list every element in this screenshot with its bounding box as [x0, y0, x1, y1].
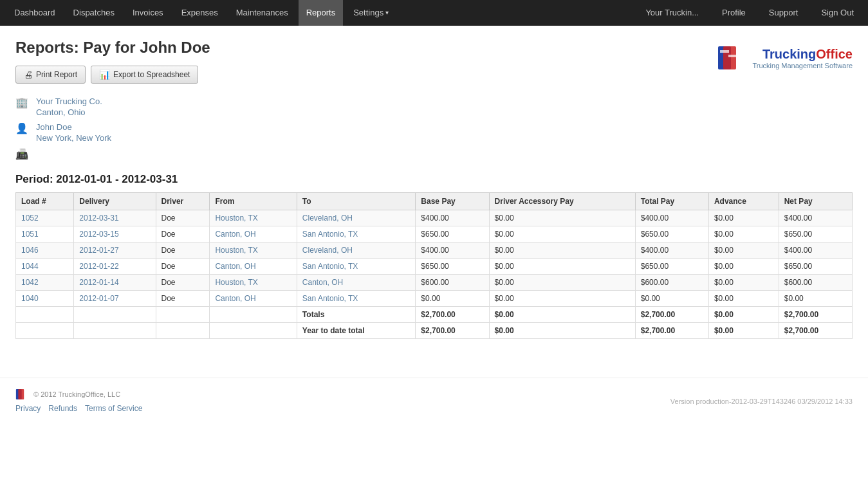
- load-cell[interactable]: 1042: [16, 275, 74, 291]
- driver-cell: Doe: [156, 259, 210, 275]
- base-pay-cell: $400.00: [416, 242, 489, 259]
- col-accessory-pay: Driver Accessory Pay: [489, 193, 635, 210]
- from-cell[interactable]: Houston, TX: [210, 275, 297, 291]
- from-cell[interactable]: Houston, TX: [210, 210, 297, 226]
- total-pay-cell: $650.00: [635, 259, 708, 275]
- delivery-cell[interactable]: 2012-01-27: [74, 242, 156, 259]
- col-delivery: Delivery: [74, 193, 156, 210]
- main-content: Reports: Pay for John Doe 🖨 Print Report…: [0, 26, 868, 352]
- delivery-cell[interactable]: 2012-01-07: [74, 291, 156, 307]
- top-nav: Dashboard Dispatches Invoices Expenses M…: [0, 0, 868, 26]
- page-title: Reports: Pay for John Doe: [15, 39, 210, 57]
- to-cell[interactable]: Cleveland, OH: [297, 210, 416, 226]
- company-info-section: 🏢 Your Trucking Co. Canton, Ohio 👤 John …: [15, 96, 853, 160]
- table-body: 10522012-03-31DoeHouston, TXCleveland, O…: [16, 210, 853, 339]
- nav-support[interactable]: Support: [761, 0, 806, 26]
- ytd-row: Year to date total$2,700.00$0.00$2,700.0…: [16, 323, 853, 339]
- svg-rect-5: [18, 389, 24, 399]
- nav-right: Your Truckin... Profile Support Sign Out: [638, 0, 862, 26]
- driver-cell: Doe: [156, 226, 210, 242]
- footer-logo-icon: [15, 389, 30, 400]
- load-cell[interactable]: 1040: [16, 291, 74, 307]
- net-pay-cell: $650.00: [779, 259, 852, 275]
- footer-logo: © 2012 TruckingOffice, LLC: [15, 389, 142, 400]
- driver-name: John Doe: [36, 122, 111, 132]
- export-icon: 📊: [99, 69, 110, 80]
- delivery-cell[interactable]: 2012-01-22: [74, 259, 156, 275]
- net-pay-cell: $600.00: [779, 275, 852, 291]
- col-driver: Driver: [156, 193, 210, 210]
- accessory-pay-cell: $0.00: [489, 226, 635, 242]
- footer-terms-link[interactable]: Terms of Service: [85, 404, 142, 413]
- net-pay-cell: $650.00: [779, 226, 852, 242]
- nav-dispatches[interactable]: Dispatches: [66, 0, 122, 26]
- company-location: Canton, Ohio: [36, 107, 102, 117]
- net-pay-cell: $0.00: [779, 291, 852, 307]
- load-cell[interactable]: 1051: [16, 226, 74, 242]
- footer-left: © 2012 TruckingOffice, LLC Privacy Refun…: [15, 389, 142, 413]
- nav-invoices[interactable]: Invoices: [125, 0, 171, 26]
- fax-icon: 📠: [15, 148, 36, 160]
- to-cell[interactable]: Canton, OH: [297, 275, 416, 291]
- to-cell[interactable]: San Antonio, TX: [297, 291, 416, 307]
- nav-your-trucking[interactable]: Your Truckin...: [638, 0, 706, 26]
- table-header: Load # Delivery Driver From To Base Pay …: [16, 193, 853, 210]
- driver-cell: Doe: [156, 210, 210, 226]
- accessory-pay-cell: $0.00: [489, 259, 635, 275]
- col-total-pay: Total Pay: [635, 193, 708, 210]
- delivery-cell[interactable]: 2012-03-15: [74, 226, 156, 242]
- table-row: 10402012-01-07DoeCanton, OHSan Antonio, …: [16, 291, 853, 307]
- table-row: 10422012-01-14DoeHouston, TXCanton, OH$6…: [16, 275, 853, 291]
- from-cell[interactable]: Houston, TX: [210, 242, 297, 259]
- footer-refunds-link[interactable]: Refunds: [48, 404, 77, 413]
- to-cell[interactable]: San Antonio, TX: [297, 226, 416, 242]
- footer-version: Version production-2012-03-29T143246 03/…: [670, 398, 853, 405]
- load-cell[interactable]: 1046: [16, 242, 74, 259]
- base-pay-cell: $600.00: [416, 275, 489, 291]
- report-table: Load # Delivery Driver From To Base Pay …: [15, 192, 853, 339]
- svg-rect-2: [720, 50, 729, 53]
- toolbar: 🖨 Print Report 📊 Export to Spreadsheet: [15, 66, 210, 84]
- col-advance: Advance: [708, 193, 779, 210]
- driver-row: 👤 John Doe New York, New York: [15, 122, 853, 143]
- totals-row: Totals$2,700.00$0.00$2,700.00$0.00$2,700…: [16, 307, 853, 323]
- nav-maintenances[interactable]: Maintenances: [228, 0, 296, 26]
- building-icon: 🏢: [15, 96, 36, 109]
- footer: © 2012 TruckingOffice, LLC Privacy Refun…: [0, 378, 868, 423]
- from-cell[interactable]: Canton, OH: [210, 226, 297, 242]
- delivery-cell[interactable]: 2012-01-14: [74, 275, 156, 291]
- nav-settings[interactable]: Settings ▾: [346, 0, 396, 26]
- header-row: Load # Delivery Driver From To Base Pay …: [16, 193, 853, 210]
- from-cell[interactable]: Canton, OH: [210, 291, 297, 307]
- table-row: 10442012-01-22DoeCanton, OHSan Antonio, …: [16, 259, 853, 275]
- nav-profile[interactable]: Profile: [714, 0, 753, 26]
- to-cell[interactable]: San Antonio, TX: [297, 259, 416, 275]
- svg-rect-3: [728, 55, 737, 57]
- delivery-cell[interactable]: 2012-03-31: [74, 210, 156, 226]
- col-to: To: [297, 193, 416, 210]
- col-load: Load #: [16, 193, 74, 210]
- load-cell[interactable]: 1052: [16, 210, 74, 226]
- export-spreadsheet-button[interactable]: 📊 Export to Spreadsheet: [91, 66, 198, 84]
- advance-cell: $0.00: [708, 226, 779, 242]
- base-pay-cell: $650.00: [416, 259, 489, 275]
- logo-subtitle: Trucking Management Software: [753, 62, 853, 69]
- to-cell[interactable]: Cleveland, OH: [297, 242, 416, 259]
- logo-area: TruckingOffice Trucking Management Softw…: [717, 45, 853, 71]
- print-report-button[interactable]: 🖨 Print Report: [15, 66, 86, 84]
- accessory-pay-cell: $0.00: [489, 291, 635, 307]
- table-row: 10462012-01-27DoeHouston, TXCleveland, O…: [16, 242, 853, 259]
- svg-rect-1: [723, 46, 736, 69]
- advance-cell: $0.00: [708, 210, 779, 226]
- load-cell[interactable]: 1044: [16, 259, 74, 275]
- advance-cell: $0.00: [708, 259, 779, 275]
- total-pay-cell: $600.00: [635, 275, 708, 291]
- nav-expenses[interactable]: Expenses: [174, 0, 226, 26]
- nav-sign-out[interactable]: Sign Out: [813, 0, 862, 26]
- nav-dashboard[interactable]: Dashboard: [6, 0, 63, 26]
- nav-reports[interactable]: Reports: [299, 0, 344, 26]
- footer-privacy-link[interactable]: Privacy: [15, 404, 41, 413]
- driver-cell: Doe: [156, 291, 210, 307]
- col-base-pay: Base Pay: [416, 193, 489, 210]
- from-cell[interactable]: Canton, OH: [210, 259, 297, 275]
